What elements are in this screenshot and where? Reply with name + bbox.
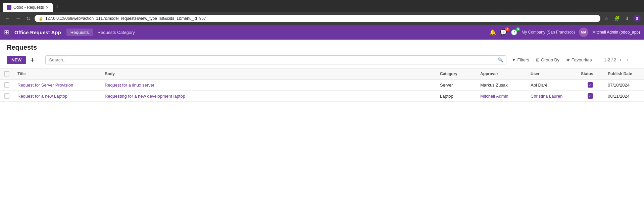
filter-icon: ▼ [512, 57, 516, 62]
col-header-body[interactable]: Body [101, 68, 436, 80]
table-container: Title Body Category Approver User Status… [0, 68, 644, 102]
toolbar: NEW ⬇ 🔍 ▼ Filters ⊞ Group By ★ Favourite… [0, 51, 644, 68]
row2-approver: Mitchell Admin [476, 91, 527, 102]
row2-user: Christina Lauren [527, 91, 577, 102]
app-nav: Requests Requests Category [66, 29, 139, 36]
avatar[interactable]: MA [579, 28, 588, 37]
user-name: Mitchell Admin (odoo_app) [592, 30, 640, 35]
favourites-button[interactable]: ★ Favourites [563, 56, 595, 64]
row1-title: Request for Server Provision [13, 80, 101, 91]
app-name: Office Request App [14, 30, 61, 35]
row1-category-text: Server [440, 83, 453, 88]
row2-status [577, 91, 604, 102]
address-bar[interactable]: 🔒 127.0.0.1:8069/web#action=1117&model=r… [35, 15, 600, 22]
row1-approver-text: Markus Zusak [480, 83, 508, 88]
bell-icon[interactable]: 🔔 [489, 29, 496, 36]
new-button[interactable]: NEW [7, 56, 26, 64]
row2-body-link[interactable]: Requesting for a new development laptop [105, 94, 185, 99]
col-header-user[interactable]: User [527, 68, 577, 80]
row1-approver: Markus Zusak [476, 80, 527, 91]
forward-btn[interactable]: → [14, 14, 22, 23]
col-header-approver[interactable]: Approver [476, 68, 527, 80]
row2-approver-text[interactable]: Mitchell Admin [480, 94, 508, 99]
table-row: Request for Server Provision Request for… [0, 80, 644, 91]
row2-publish-date-text: 08/11/2024 [608, 94, 630, 99]
table-header-row: Title Body Category Approver User Status… [0, 68, 644, 80]
row1-user: Abi Daré [527, 80, 577, 91]
row2-checkbox-cell [0, 91, 13, 102]
nav-requests[interactable]: Requests [66, 29, 93, 36]
col-header-category[interactable]: Category [436, 68, 476, 80]
tab-favicon [7, 5, 11, 10]
pagination-prev[interactable]: ‹ [617, 56, 623, 63]
tab-title: Odoo - Requests [13, 5, 44, 10]
row1-category: Server [436, 80, 476, 91]
app-header: ⊞ Office Request App Requests Requests C… [0, 25, 644, 40]
col-header-publish-date[interactable]: Publish Date [604, 68, 644, 80]
row2-checkbox[interactable] [4, 93, 9, 99]
table-row: Request for a new Laptop Requesting for … [0, 91, 644, 102]
row1-checkbox-cell [0, 80, 13, 91]
app-header-right: 🔔 💬 6 🕐 9 My Company (San Francisco) MA … [489, 28, 640, 37]
pagination-next[interactable]: › [625, 56, 631, 63]
browser-toolbar-actions: ☆ 🧩 ⬇ S [603, 14, 641, 22]
tab-close-btn[interactable]: × [46, 5, 49, 10]
browser-chrome: Odoo - Requests × + [0, 0, 644, 12]
company-info: My Company (San Francisco) [522, 30, 575, 35]
page-header: Requests [0, 40, 644, 51]
row1-publish-date-text: 07/10/2024 [608, 83, 630, 88]
pagination-text: 1-2 / 2 [604, 57, 616, 62]
select-all-checkbox[interactable] [4, 71, 9, 77]
row2-user-text[interactable]: Christina Lauren [531, 94, 562, 99]
browser-profile[interactable]: S [633, 15, 641, 22]
back-btn[interactable]: ← [3, 14, 11, 23]
row1-body: Request for a linux server [101, 80, 436, 91]
col-header-checkbox [0, 68, 13, 80]
filters-button[interactable]: ▼ Filters [509, 56, 532, 64]
page-content: Requests NEW ⬇ 🔍 ▼ Filters ⊞ Group By ★ … [0, 40, 644, 102]
row2-category-text: Laptop [440, 94, 453, 99]
row2-title: Request for a new Laptop [13, 91, 101, 102]
favourites-label: Favourites [572, 57, 592, 62]
bookmark-btn[interactable]: ☆ [603, 14, 610, 22]
toolbar-right: ▼ Filters ⊞ Group By ★ Favourites [509, 56, 595, 64]
browser-toolbar: ← → ↻ 🔒 127.0.0.1:8069/web#action=1117&m… [0, 12, 644, 25]
messages-badge: 6 [505, 27, 509, 31]
nav-requests-category[interactable]: Requests Category [94, 29, 139, 36]
search-submit-btn[interactable]: 🔍 [495, 56, 506, 64]
export-button[interactable]: ⬇ [29, 55, 36, 64]
activity-icon[interactable]: 🕐 9 [511, 29, 517, 36]
search-input[interactable] [46, 56, 494, 64]
row1-checkbox[interactable] [4, 82, 9, 88]
messages-icon[interactable]: 💬 6 [500, 29, 507, 36]
row1-user-text: Abi Daré [531, 83, 548, 88]
lock-icon: 🔒 [39, 16, 43, 21]
activity-badge: 9 [516, 27, 520, 31]
browser-tabs: Odoo - Requests × + [3, 0, 61, 12]
active-tab[interactable]: Odoo - Requests × [3, 3, 53, 12]
row2-status-checkbox[interactable] [588, 93, 593, 99]
download-browser-btn[interactable]: ⬇ [624, 14, 631, 22]
page-title: Requests [7, 44, 37, 51]
row1-title-link[interactable]: Request for Server Provision [17, 83, 73, 88]
row1-publish-date: 07/10/2024 [604, 80, 644, 91]
row2-publish-date: 08/11/2024 [604, 91, 644, 102]
col-header-status[interactable]: Status [577, 68, 604, 80]
group-by-button[interactable]: ⊞ Group By [533, 56, 562, 64]
group-by-icon: ⊞ [536, 57, 540, 62]
col-header-title[interactable]: Title [13, 68, 101, 80]
grid-icon[interactable]: ⊞ [4, 29, 9, 36]
row1-status-checkbox[interactable] [588, 82, 593, 88]
row1-body-link[interactable]: Request for a linux server [105, 83, 154, 88]
extensions-btn[interactable]: 🧩 [613, 14, 621, 22]
row2-body: Requesting for a new development laptop [101, 91, 436, 102]
new-tab-btn[interactable]: + [53, 2, 62, 12]
search-area: 🔍 [45, 55, 506, 64]
group-by-label: Group By [541, 57, 559, 62]
requests-table: Title Body Category Approver User Status… [0, 68, 644, 102]
star-icon: ★ [566, 57, 570, 62]
pagination: 1-2 / 2 ‹ › [597, 54, 637, 65]
address-text: 127.0.0.1:8069/web#action=1117&model=req… [45, 16, 206, 21]
row2-title-link[interactable]: Request for a new Laptop [17, 94, 67, 99]
reload-btn[interactable]: ↻ [25, 14, 32, 23]
